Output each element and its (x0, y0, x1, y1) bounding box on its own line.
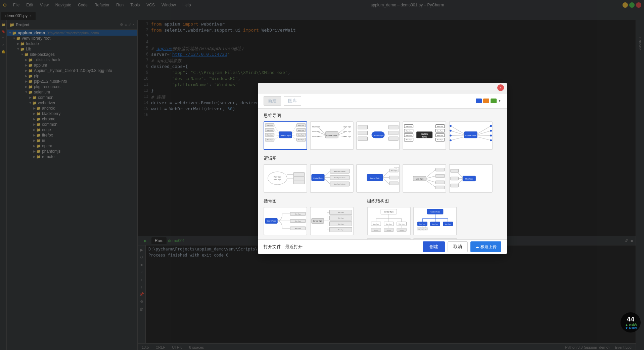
blue-theme-dot[interactable] (476, 99, 482, 103)
upload-speed: ▲ 0.5k/s (625, 323, 637, 326)
svg-text:Central Topic: Central Topic (465, 134, 476, 136)
svg-line-98 (324, 178, 330, 184)
svg-rect-122 (435, 168, 445, 171)
svg-text:Central Topic: Central Topic (267, 220, 276, 222)
template-mind3[interactable]: Central Topic (356, 121, 400, 150)
create-button[interactable]: 创建 (423, 241, 445, 252)
svg-text:Central Topic: Central Topic (372, 134, 383, 136)
svg-rect-131 (451, 169, 459, 172)
svg-text:Main Topic: Main Topic (406, 130, 412, 131)
svg-rect-42 (358, 125, 368, 129)
download-speed: ▼ 6.9k/s (625, 326, 637, 330)
template-logic1[interactable]: Main Topic Main Topic (264, 164, 307, 193)
svg-text:Sub: Sub (425, 228, 426, 230)
template-logic2[interactable]: Central Topic Main Topic Subtopic Main T… (310, 164, 354, 193)
svg-line-25 (292, 136, 296, 140)
dialog-overlay[interactable]: × 新建 图库 ▼ 思维导图 (0, 0, 644, 350)
template-org2[interactable]: Central Topic Main Topic Main To (413, 207, 457, 235)
section-logic-title: 逻辑图 (264, 155, 501, 161)
section-org: 组织结构图 Central Topic (367, 198, 501, 239)
svg-line-20 (274, 135, 279, 135)
color-theme-selector: ▼ (476, 99, 501, 103)
svg-text:Main Topic: Main Topic (274, 179, 281, 180)
section-logic: 逻辑图 Main Topic Main Topic (264, 155, 501, 193)
svg-text:Main Topic: Main Topic (437, 130, 443, 131)
svg-text:Main Topic: Main Topic (312, 135, 320, 137)
svg-point-80 (450, 139, 452, 141)
svg-text:Main Topic: Main Topic (406, 139, 412, 141)
svg-text:Main Topic: Main Topic (343, 131, 351, 132)
svg-text:Main Topic: Main Topic (343, 135, 351, 137)
template-mind4[interactable]: CENTRAL TOPIC Main Topic Main Topic Main… (403, 121, 446, 150)
svg-text:Main Topic: Main Topic (295, 228, 301, 229)
template-bracket1[interactable]: Central Topic Main Topic Main Topic Main… (264, 207, 307, 235)
svg-text:Main Topic  Subtopic: Main Topic Subtopic (334, 170, 346, 172)
speed-details: ▲ 0.5k/s ▼ 6.9k/s (625, 323, 637, 330)
dialog-footer: 打开文件 最近打开 创建 取消 ☁ 极速上传 (258, 239, 507, 254)
svg-text:Central Topic: Central Topic (313, 177, 323, 179)
cancel-button[interactable]: 取消 (448, 241, 468, 252)
svg-point-84 (490, 139, 492, 141)
theme-dropdown-icon[interactable]: ▼ (498, 99, 501, 103)
svg-text:Main Topic: Main Topic (267, 134, 273, 136)
template-org4[interactable]: Central Topic Main Topic Main To (413, 238, 457, 239)
speed-value: 44 (627, 315, 634, 323)
svg-line-120 (426, 179, 436, 182)
open-file-link[interactable]: 打开文件 (264, 244, 281, 250)
template-mind1[interactable]: Central Topic Main Topic Main Topic Main… (264, 121, 307, 150)
template-logic4[interactable]: Main Topic (403, 164, 446, 193)
svg-line-21 (274, 136, 279, 140)
svg-rect-133 (451, 184, 459, 187)
section-mindmap: 思维导图 Central Topic Main Topic Main Topic (264, 113, 501, 150)
template-mind2[interactable]: Central Topic Main Topic Main Topic Main… (310, 121, 354, 150)
svg-text:Main Topic: Main Topic (437, 139, 443, 141)
template-logic3[interactable]: Central Topic Main Topic Sub (356, 164, 400, 193)
svg-text:Main Topic: Main Topic (267, 139, 273, 141)
footer-buttons: 创建 取消 ☁ 极速上传 (423, 241, 501, 252)
svg-line-28 (317, 127, 325, 134)
template-org1[interactable]: Central Topic Main Topic Main To (367, 207, 411, 235)
svg-text:Main Topic: Main Topic (295, 220, 301, 222)
svg-text:Main Topic: Main Topic (432, 223, 438, 225)
svg-rect-125 (435, 186, 445, 189)
svg-point-77 (450, 125, 452, 127)
svg-line-24 (292, 135, 296, 135)
template-bracket2[interactable]: Central Topic Main Topic (310, 207, 354, 235)
svg-line-107 (383, 171, 389, 177)
svg-text:Main Topic: Main Topic (437, 126, 443, 127)
orange-theme-dot[interactable] (483, 99, 489, 103)
svg-text:Main Topic  Subtopic: Main Topic Subtopic (334, 177, 346, 179)
svg-line-72 (451, 137, 464, 140)
svg-text:Main Topic: Main Topic (267, 129, 273, 131)
tab-new[interactable]: 新建 (264, 96, 281, 106)
svg-point-79 (450, 134, 452, 137)
svg-text:Central Topic: Central Topic (370, 177, 380, 179)
svg-text:Main Topic: Main Topic (445, 223, 451, 225)
template-logic5[interactable]: Main Topic (449, 164, 493, 193)
green-theme-dot[interactable] (491, 99, 497, 103)
svg-text:Main Topic: Main Topic (465, 178, 473, 180)
section-bracket-title: 括号图 (264, 198, 354, 204)
svg-rect-123 (435, 174, 445, 178)
svg-point-78 (450, 129, 452, 131)
mindmap-template-grid: Central Topic Main Topic Main Topic Main… (264, 121, 501, 150)
upload-button[interactable]: ☁ 极速上传 (470, 241, 501, 252)
svg-text:Main Topic: Main Topic (399, 223, 405, 225)
svg-text:Central Topic: Central Topic (280, 134, 291, 136)
svg-rect-47 (388, 137, 398, 140)
template-mind5[interactable]: Central Topic (449, 121, 493, 150)
svg-point-83 (490, 134, 492, 137)
xmind-dialog: × 新建 图库 ▼ 思维导图 (258, 83, 507, 254)
svg-rect-43 (358, 131, 368, 134)
svg-line-96 (324, 171, 330, 177)
svg-text:Main Topic: Main Topic (406, 126, 412, 127)
svg-text:Main Topic: Main Topic (338, 223, 344, 225)
dialog-close-button[interactable]: × (497, 84, 504, 91)
svg-text:Main Topic: Main Topic (295, 213, 301, 215)
tab-gallery[interactable]: 图库 (284, 96, 301, 106)
recent-link[interactable]: 最近打开 (285, 244, 303, 250)
cloud-icon: ☁ (475, 244, 479, 249)
upload-label: 极速上传 (480, 244, 497, 250)
template-org3[interactable]: Central Topic Main Topic Main To (367, 238, 411, 239)
svg-line-71 (451, 135, 464, 136)
